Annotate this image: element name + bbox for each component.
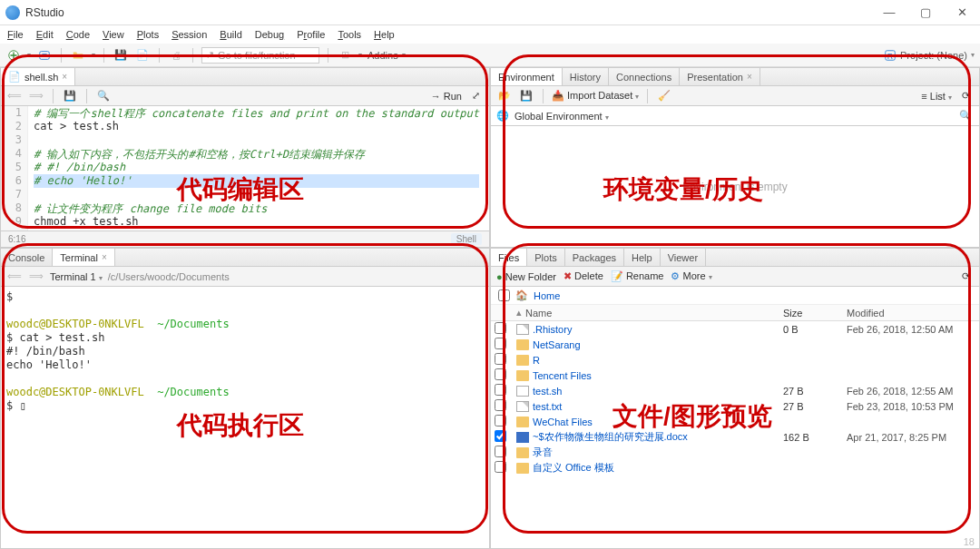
project-selector[interactable]: R Project: (None) ▾: [884, 49, 975, 62]
row-checkbox[interactable]: [495, 461, 506, 473]
tab-presentation[interactable]: Presentation ×: [680, 68, 760, 85]
tab-viewer[interactable]: Viewer: [661, 249, 706, 266]
print-icon[interactable]: 🖨: [168, 47, 184, 64]
menu-edit[interactable]: Edit: [36, 29, 54, 40]
save-all-icon[interactable]: 📄: [134, 47, 151, 64]
terminal-path: /c/Users/woodc/Documents: [108, 271, 230, 282]
select-all-checkbox[interactable]: [498, 289, 510, 301]
breadcrumb-home[interactable]: Home: [534, 290, 560, 301]
language-mode[interactable]: Shell: [451, 233, 482, 245]
tab-plots[interactable]: Plots: [527, 249, 564, 266]
tab-files[interactable]: Files: [491, 249, 527, 266]
dropdown-icon[interactable]: ▾: [27, 51, 31, 59]
file-row[interactable]: 自定义 Office 模板: [491, 460, 979, 475]
broom-icon[interactable]: 🧹: [656, 88, 672, 104]
home-icon[interactable]: 🏠: [515, 289, 528, 301]
menu-plots[interactable]: Plots: [137, 29, 159, 40]
file-row[interactable]: ~$农作物微生物组的研究进展.docx162 BApr 21, 2017, 8:…: [491, 429, 979, 445]
file-row[interactable]: NetSarang: [491, 337, 979, 352]
row-checkbox[interactable]: [495, 384, 506, 396]
delete-button[interactable]: ✖ Delete: [564, 270, 603, 282]
menu-help[interactable]: Help: [374, 29, 395, 40]
file-row[interactable]: test.sh27 BFeb 26, 2018, 12:55 AM: [491, 383, 979, 398]
rename-button[interactable]: 📝 Rename: [611, 270, 664, 282]
sort-icon[interactable]: ▴: [516, 307, 522, 319]
grid-icon[interactable]: ⊞: [337, 47, 353, 64]
col-modified[interactable]: Modified: [843, 308, 979, 319]
row-checkbox[interactable]: [495, 430, 506, 442]
menu-file[interactable]: File: [7, 29, 24, 40]
tab-help[interactable]: Help: [624, 249, 661, 266]
list-mode[interactable]: ≡ List ▾: [921, 91, 952, 102]
menu-profile[interactable]: Profile: [297, 29, 325, 40]
menu-session[interactable]: Session: [172, 29, 207, 40]
more-button[interactable]: ⚙ More ▾: [671, 270, 711, 282]
minimize-button[interactable]: —: [871, 5, 907, 19]
tab-connections[interactable]: Connections: [609, 68, 680, 85]
refresh-icon[interactable]: ⟳: [957, 269, 974, 285]
code-editor[interactable]: 123456789101112 # 编写一个shell程序 concatenat…: [1, 106, 489, 230]
file-row[interactable]: R: [491, 352, 979, 368]
addins-menu[interactable]: Addins ▾: [368, 50, 406, 61]
file-row[interactable]: Tencent Files: [491, 368, 979, 383]
row-checkbox[interactable]: [495, 368, 506, 380]
env-scope[interactable]: Global Environment ▾: [514, 111, 609, 122]
run-button[interactable]: → Run: [431, 91, 462, 102]
tab-environment[interactable]: Environment: [491, 68, 563, 85]
file-icon: [516, 324, 529, 335]
goto-placeholder: Go to file/function: [218, 50, 296, 61]
close-icon[interactable]: ×: [62, 72, 67, 82]
file-row[interactable]: test.txt27 BFeb 23, 2018, 10:53 PM: [491, 398, 979, 414]
row-checkbox[interactable]: [495, 415, 506, 426]
tab-history[interactable]: History: [563, 68, 609, 85]
back-icon[interactable]: ⟸: [6, 88, 23, 104]
source-pane: 📄 shell.sh × ⟸ ⟹ 💾 🔍 → Run ⤢ 12345678910…: [0, 67, 490, 248]
row-checkbox[interactable]: [495, 322, 506, 334]
new-project-icon[interactable]: [36, 47, 53, 64]
close-icon[interactable]: ×: [102, 252, 107, 262]
tab-console[interactable]: Console: [1, 249, 53, 266]
file-row[interactable]: .Rhistory0 BFeb 26, 2018, 12:50 AM: [491, 321, 979, 337]
source-tab[interactable]: 📄 shell.sh ×: [1, 68, 75, 85]
row-checkbox[interactable]: [495, 338, 506, 349]
console-pane: Console Terminal × ⟸ ⟹ Terminal 1 ▾ /c/U…: [0, 248, 490, 549]
refresh-icon[interactable]: ⟳: [957, 88, 974, 104]
open-file-icon[interactable]: [70, 47, 86, 64]
forward-icon[interactable]: ⟹: [28, 88, 44, 104]
find-icon[interactable]: 🔍: [95, 88, 112, 104]
save-icon[interactable]: 💾: [113, 47, 129, 64]
dropdown-icon[interactable]: ▾: [92, 51, 95, 59]
load-icon[interactable]: 📂: [496, 88, 513, 104]
menu-build[interactable]: Build: [220, 29, 241, 40]
row-checkbox[interactable]: [495, 399, 506, 411]
dropdown-icon[interactable]: ▾: [358, 51, 362, 59]
terminal-output[interactable]: $woodc@DESKTOP-0NKLVFL ~/Documents$ cat …: [1, 287, 489, 548]
save-icon[interactable]: 💾: [518, 88, 534, 104]
file-icon: [516, 432, 529, 443]
menu-code[interactable]: Code: [66, 29, 90, 40]
tab-packages[interactable]: Packages: [565, 249, 624, 266]
new-folder-button[interactable]: ● New Folder: [496, 271, 556, 282]
col-size[interactable]: Size: [779, 308, 843, 319]
tab-terminal[interactable]: Terminal ×: [53, 249, 114, 266]
search-icon[interactable]: 🔍: [957, 108, 974, 124]
menu-view[interactable]: View: [103, 29, 124, 40]
menu-debug[interactable]: Debug: [255, 29, 284, 40]
file-row[interactable]: WeChat Files: [491, 414, 979, 429]
menu-tools[interactable]: Tools: [338, 29, 361, 40]
forward-icon[interactable]: ⟹: [28, 269, 44, 285]
save-icon[interactable]: 💾: [62, 88, 78, 104]
file-row[interactable]: 录音: [491, 445, 979, 460]
popout-icon[interactable]: ⤢: [467, 88, 484, 104]
close-button[interactable]: ✕: [944, 5, 980, 19]
back-icon[interactable]: ⟸: [6, 269, 23, 285]
row-checkbox[interactable]: [495, 353, 506, 365]
menu-bar: File Edit Code View Plots Session Build …: [0, 25, 980, 44]
import-dataset-button[interactable]: 📥 Import Dataset ▾: [552, 90, 639, 102]
file-icon: [516, 386, 529, 397]
goto-input[interactable]: ↗ Go to file/function: [201, 47, 319, 64]
row-checkbox[interactable]: [495, 446, 506, 457]
maximize-button[interactable]: ▢: [907, 5, 944, 19]
new-file-icon[interactable]: [5, 47, 22, 64]
terminal-selector[interactable]: Terminal 1 ▾: [50, 271, 103, 282]
